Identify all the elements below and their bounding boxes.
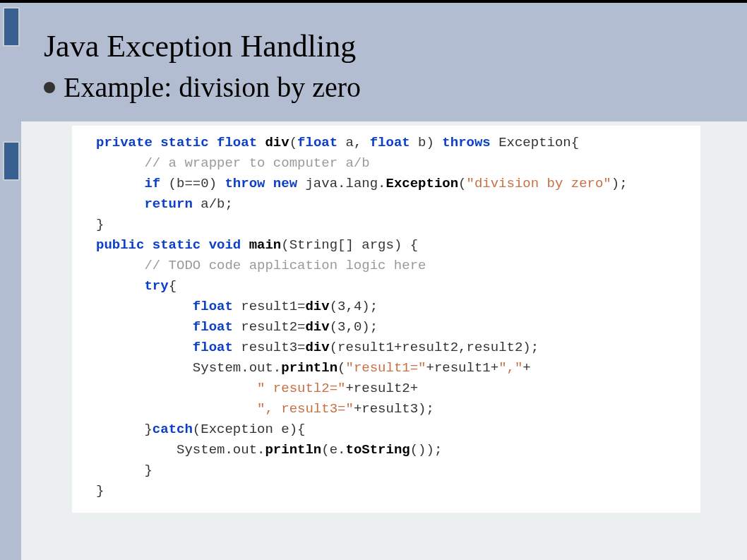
code-token: private static float: [96, 135, 265, 150]
code-token: (Exception e){: [193, 422, 306, 437]
code-token: float: [297, 135, 337, 150]
bullet-icon: [44, 82, 55, 93]
code-token: (b==0): [160, 176, 225, 191]
code-token: }: [96, 217, 104, 232]
code-token: result1=: [233, 299, 306, 314]
code-token: "division by zero": [467, 176, 611, 191]
code-block: private static float div(float a, float …: [72, 126, 700, 513]
code-token: System.out.: [96, 442, 265, 458]
slide-title-area: Java Exception Handling Example: divisio…: [44, 27, 733, 105]
code-token: }: [96, 483, 104, 499]
code-token: (result1+result2,result2);: [330, 340, 539, 355]
code-token: (String[] args) {: [281, 237, 418, 253]
code-token: float: [96, 340, 233, 355]
code-token: Exception{: [491, 135, 579, 150]
code-token: println: [265, 442, 321, 458]
code-token: // a wrapper to computer a/b: [96, 155, 370, 171]
code-token: div: [265, 135, 289, 150]
slide-top-border: [0, 0, 747, 3]
subtitle-row: Example: division by zero: [44, 70, 733, 105]
code-token: throw new: [225, 176, 297, 191]
code-token: throws: [442, 135, 490, 150]
code-token: }: [96, 422, 153, 437]
code-token: (3,0);: [330, 319, 378, 335]
code-token: (3,4);: [330, 299, 378, 314]
code-token: float: [96, 299, 233, 314]
code-token: }: [96, 463, 153, 478]
code-token: println: [281, 360, 337, 376]
code-token: java.lang.: [297, 176, 386, 191]
code-token: System.out.: [96, 360, 281, 376]
slide-title: Java Exception Handling: [44, 27, 733, 66]
code-token: +result1+: [426, 360, 499, 376]
code-token: (: [337, 360, 345, 376]
code-token: div: [305, 319, 329, 335]
code-token: (: [458, 176, 466, 191]
code-token: toString: [346, 442, 410, 458]
code-token: (: [289, 135, 297, 150]
code-token: [96, 401, 257, 417]
code-token: // TODO code application logic here: [96, 258, 426, 273]
code-token: +: [522, 360, 530, 376]
code-token: );: [611, 176, 628, 191]
code-token: b): [410, 135, 443, 150]
code-token: public static void: [96, 237, 249, 253]
code-token: if: [96, 176, 160, 191]
code-token: [96, 381, 257, 396]
code-token: ());: [410, 442, 443, 458]
content-area: private static float div(float a, float …: [21, 121, 747, 560]
code-token: (e.: [321, 442, 345, 458]
code-token: main: [249, 237, 282, 253]
slide-subtitle: Example: division by zero: [64, 70, 361, 105]
code-token: catch: [153, 422, 193, 437]
code-token: float: [370, 135, 410, 150]
code-token: a,: [337, 135, 370, 150]
code-token: "result1=": [345, 360, 426, 376]
code-token: " resutl2=": [257, 381, 345, 396]
code-token: {: [169, 278, 177, 294]
code-token: return: [96, 196, 193, 212]
decoration-block-top: [3, 7, 20, 47]
code-token: ",": [498, 360, 522, 376]
code-token: try: [96, 278, 169, 294]
code-token: ", result3=": [257, 401, 354, 417]
code-token: result2=: [233, 319, 306, 335]
code-token: a/b;: [193, 196, 233, 212]
code-token: div: [305, 340, 329, 355]
code-token: +result3);: [354, 401, 434, 417]
code-token: result3=: [233, 340, 306, 355]
code-token: Exception: [386, 176, 458, 191]
code-token: float: [96, 319, 233, 335]
decoration-block-mid: [3, 141, 20, 181]
code-token: div: [305, 299, 329, 314]
code-token: +result2+: [345, 381, 418, 396]
